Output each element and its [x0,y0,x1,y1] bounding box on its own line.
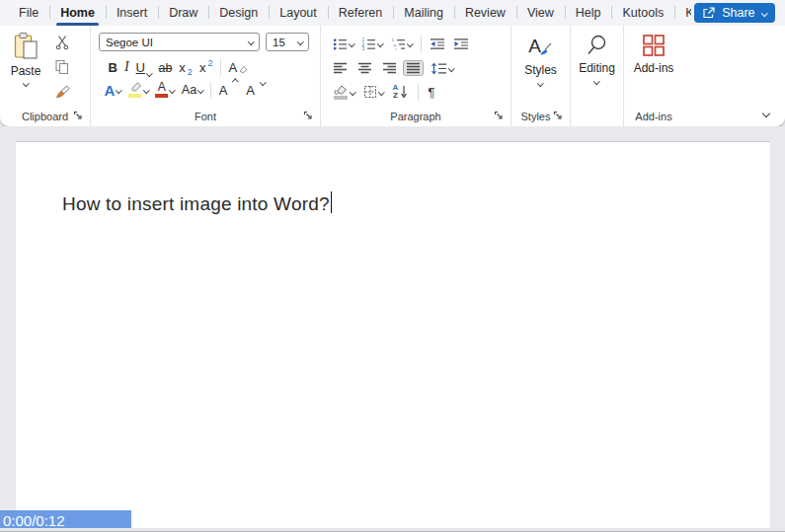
add-ins-button[interactable]: Add-ins [624,26,683,75]
font-color-chevron-icon[interactable] [169,87,175,93]
svg-text:3: 3 [362,46,365,50]
text-effects-button[interactable]: A [101,80,124,100]
tab-help[interactable]: Help [565,0,612,26]
bold-button[interactable]: B [105,57,120,77]
tab-view[interactable]: View [516,0,565,26]
borders-icon [363,85,377,99]
show-formatting-marks-button[interactable]: ¶ [425,82,438,102]
clear-formatting-button[interactable]: A [225,57,252,77]
multilevel-list-button[interactable]: 1 a i [387,34,416,53]
align-right-button[interactable] [378,58,400,78]
clipboard-dialog-launcher[interactable] [73,111,83,120]
editing-chevron-icon[interactable] [593,78,599,84]
change-case-button[interactable]: Aa [178,80,206,100]
decrease-indent-button[interactable] [427,34,449,53]
font-color-button[interactable]: A [152,80,179,100]
tab-home[interactable]: Home [49,0,106,26]
multilevel-list-chevron-icon[interactable] [407,40,413,46]
font-name-select[interactable]: Segoe UI [99,33,260,51]
tab-references[interactable]: Referen [328,0,393,26]
numbering-chevron-icon[interactable] [377,40,383,46]
tab-insert[interactable]: Insert [106,0,158,26]
pilcrow-label: ¶ [428,85,434,100]
align-center-icon [357,62,372,74]
increase-indent-button[interactable] [450,34,473,53]
increase-indent-icon [453,38,469,50]
text-effects-chevron-icon[interactable] [116,87,121,93]
format-painter-icon [54,85,70,100]
tab-draw[interactable]: Draw [158,0,208,26]
shading-icon [333,84,349,100]
numbering-button[interactable]: 1 2 3 [358,34,387,53]
share-button[interactable]: Share [694,3,775,23]
font-dialog-launcher[interactable] [303,111,313,120]
paragraph-dialog-launcher[interactable] [494,111,504,120]
strikethrough-button[interactable]: ab [155,57,176,77]
shading-button[interactable] [329,82,358,102]
shrink-font-button[interactable]: A [243,80,259,100]
paragraph-group-label: Paragraph [325,110,507,123]
tab-file[interactable]: File [8,0,49,26]
tab-mailings[interactable]: Mailing [393,0,454,26]
tab-design[interactable]: Design [208,0,269,26]
superscript-base: x [199,60,206,75]
underline-chevron-icon[interactable] [146,70,152,76]
font-color-swatch [155,94,168,98]
justify-button-selected[interactable] [403,60,424,76]
change-case-chevron-icon[interactable] [197,87,203,93]
copy-icon [54,59,70,75]
tab-kutools-plus[interactable]: Kutools [674,0,691,26]
line-spacing-chevron-icon[interactable] [448,65,454,71]
align-left-button[interactable] [329,58,351,78]
styles-chevron-icon[interactable] [537,80,543,86]
text-caret [331,191,333,213]
tab-layout[interactable]: Layout [269,0,328,26]
editing-button[interactable]: Editing [571,26,623,84]
underline-button[interactable]: U [132,57,155,77]
align-center-button[interactable] [353,58,375,78]
styles-group-label-text: Styles [521,111,551,122]
paragraph-group-label-text: Paragraph [390,111,440,122]
tab-kutools-plus-label: Kutools [685,6,691,20]
tab-review[interactable]: Review [454,0,516,26]
grow-font-button[interactable]: A [215,80,231,100]
italic-button[interactable]: I [120,57,132,77]
editing-button-label: Editing [579,61,615,75]
paste-icon [13,32,39,61]
document-text-line[interactable]: How to insert image into Word? [62,191,770,216]
horizontal-scrollbar-track[interactable] [0,528,785,532]
sort-button[interactable]: A Z [389,82,412,102]
borders-button[interactable] [360,82,388,102]
tab-home-label: Home [60,6,95,20]
share-dropdown-chevron-icon[interactable] [761,10,767,16]
bullets-button[interactable] [329,34,357,53]
clipboard-group-label: Clipboard [4,110,86,123]
subscript-button[interactable]: x 2 [176,57,196,77]
document-page[interactable]: How to insert image into Word? [16,141,770,528]
highlight-chevron-icon[interactable] [143,87,149,93]
tab-kutools-label: Kutools [622,6,664,20]
shading-chevron-icon[interactable] [350,89,355,95]
change-case-label: Aa [182,83,196,97]
styles-button[interactable]: A Styles [511,26,570,86]
collapse-ribbon-chevron-icon[interactable] [762,110,770,117]
tab-help-label: Help [576,6,601,20]
decrease-indent-icon [430,38,445,50]
line-spacing-button[interactable] [427,58,457,78]
paste-button[interactable]: Paste [0,26,51,101]
font-size-select[interactable]: 15 [266,33,309,51]
word-app-window: { "tab_bar": { "active_tab": "Home", "ta… [0,0,785,532]
highlight-color-button[interactable] [124,80,152,100]
tab-insert-label: Insert [117,6,147,20]
format-painter-button[interactable] [51,83,73,101]
tab-review-label: Review [465,6,506,20]
bullets-chevron-icon[interactable] [349,40,354,46]
paste-dropdown-chevron-icon[interactable] [23,80,29,86]
cut-button[interactable] [51,34,73,51]
styles-dialog-launcher[interactable] [553,111,563,120]
tab-kutools[interactable]: Kutools [611,0,674,26]
superscript-button[interactable]: x 2 [196,57,216,77]
borders-chevron-icon[interactable] [378,89,384,95]
copy-button[interactable] [51,58,73,76]
ribbon-tab-bar: File Home Insert Draw Design Layout Refe… [0,0,785,26]
